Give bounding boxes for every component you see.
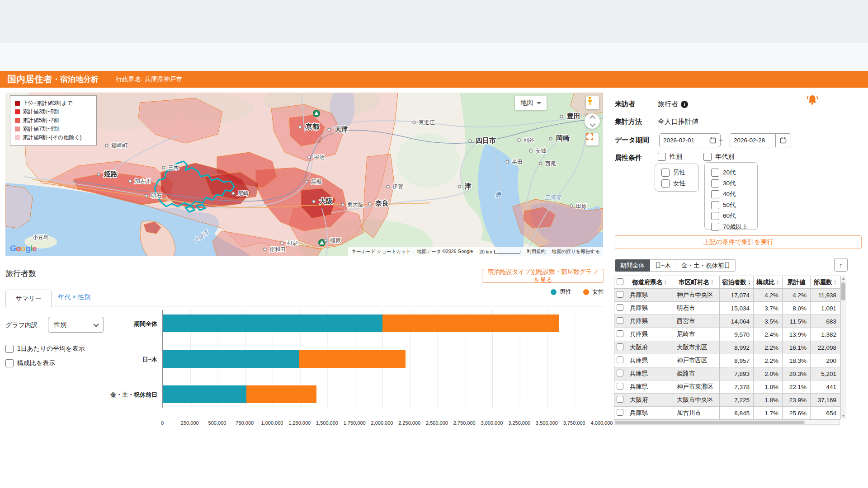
terms-link[interactable]: 利用規約 <box>524 247 549 256</box>
table-cell: 16.1% <box>783 341 811 354</box>
table-cell: 683 <box>811 315 840 328</box>
result-tab-2[interactable]: 金・土・祝休前日 <box>676 259 736 272</box>
table-cell: 23.9% <box>783 394 811 407</box>
age-option-checkbox[interactable] <box>711 190 719 198</box>
page: KDDILocation Analyzer 国内居住者 ・宿泊地分析 行政界名:… <box>0 0 868 488</box>
map-place-label: 西尾 <box>545 160 556 167</box>
column-header-label: 都道府県名 <box>632 279 663 286</box>
legend-dot <box>583 289 589 295</box>
row-checkbox[interactable] <box>617 317 623 324</box>
row-checkbox[interactable] <box>617 396 623 403</box>
x-tick-label: 1,500,000 <box>316 420 338 426</box>
sort-icons: ▲▼ <box>748 280 751 285</box>
column-header-5[interactable]: 部屋数▲▼ <box>811 276 840 289</box>
scroll-top-button[interactable]: ↑ <box>834 258 848 272</box>
map-attribution: キーボード ショートカット 地図データ ©2026 Google 20 km 利… <box>348 247 603 256</box>
keyboard-shortcuts-link[interactable]: キーボード ショートカット <box>348 247 414 256</box>
column-header-label: 構成比 <box>756 279 775 286</box>
gender-option-checkbox[interactable] <box>661 169 670 177</box>
age-option-checkbox[interactable] <box>711 212 719 220</box>
chevron-down-icon <box>537 102 541 104</box>
city-marker <box>549 137 552 140</box>
map-place-label: 四日市 <box>476 136 496 144</box>
report-map-error-link[interactable]: 地図の誤りを報告する <box>549 247 603 256</box>
map-legend-item: 上位~累計値3割まで <box>15 99 92 108</box>
row-checkbox[interactable] <box>617 383 623 389</box>
gender-option-checkbox[interactable] <box>661 179 670 188</box>
column-header-0[interactable]: 都道府県名▲▼ <box>626 276 673 289</box>
age-option-row: 70歳以上 <box>711 223 757 231</box>
result-tab-0[interactable]: 期間全体 <box>615 259 650 272</box>
fullscreen-icon[interactable] <box>586 133 599 145</box>
row-checkbox[interactable] <box>617 370 623 376</box>
info-icon[interactable]: i <box>681 101 688 108</box>
date-to-input[interactable] <box>730 134 775 147</box>
table-row: 兵庫県姫路市7,8932.0%20.3%5,201 <box>614 367 840 380</box>
map-place-label: 東大阪 <box>347 202 363 208</box>
gender-parent-checkbox-row: 性別 <box>658 153 682 161</box>
execute-aggregation-button[interactable]: 上記の条件で集計を実行 <box>615 235 862 249</box>
legend-swatch <box>15 127 20 131</box>
calendar-icon[interactable] <box>775 134 791 147</box>
method-value: 全人口推計値 <box>658 117 698 126</box>
age-parent-checkbox[interactable] <box>703 153 712 161</box>
calendar-icon[interactable] <box>705 134 720 147</box>
table-cell: 明石市 <box>673 302 720 315</box>
column-header-1[interactable]: 市区町村名▲▼ <box>673 276 720 289</box>
scrollbar-down-arrow-icon[interactable]: ▼ <box>842 413 845 419</box>
age-option-checkbox[interactable] <box>711 201 719 209</box>
scrollbar-up-arrow-icon[interactable]: ▲ <box>842 276 845 282</box>
row-checkbox[interactable] <box>617 291 623 298</box>
row-checkbox[interactable] <box>617 304 623 311</box>
tab-summary[interactable]: サマリー <box>5 290 52 307</box>
table-horizontal-scrollbar[interactable] <box>614 420 840 425</box>
date-from-input[interactable] <box>660 134 705 147</box>
x-tick-label: 2,000,000 <box>371 420 393 426</box>
legend-series-label: 男性 <box>560 288 571 296</box>
sort-desc-icon: ▼ <box>664 282 667 285</box>
scrollbar-thumb[interactable] <box>841 282 845 300</box>
scrollbar-thumb[interactable] <box>615 421 805 424</box>
result-tab-1[interactable]: 日~木 <box>650 259 676 272</box>
map-type-button[interactable]: 地図 <box>515 96 547 110</box>
city-marker <box>529 150 532 152</box>
column-header-4[interactable]: 累計値 <box>783 276 811 289</box>
age-option-checkbox[interactable] <box>711 223 719 231</box>
select-all-checkbox[interactable] <box>617 278 623 285</box>
chart-legend-item: 女性 <box>583 288 604 296</box>
column-header-3[interactable]: 構成比▲▼ <box>754 276 783 289</box>
table-cell: 兵庫県 <box>626 354 673 367</box>
age-option-checkbox[interactable] <box>711 179 719 188</box>
table-row: 兵庫県神戸市東灘区7,3781.8%22.1%441 <box>614 380 840 394</box>
map-legend: 上位~累計値3割まで累計値3割~5割累計値5割~7割累計値7割~9割累計値9割~… <box>10 95 97 145</box>
age-option-row: 40代 <box>711 190 757 198</box>
daily-average-checkbox[interactable] <box>5 345 14 353</box>
city-marker <box>162 166 165 169</box>
notification-bell-icon[interactable] <box>805 93 820 108</box>
gender-parent-checkbox[interactable] <box>658 153 666 161</box>
date-to-group <box>730 133 791 147</box>
age-option-label: 50代 <box>723 201 736 209</box>
table-vertical-scrollbar[interactable]: ▲ ▼ <box>840 276 846 419</box>
gender-option-row: 男性 <box>661 169 698 177</box>
bar-1 <box>163 350 406 368</box>
map-canvas[interactable]: 京都大津宇治高槻大阪東大阪奈良尼崎三木加古川姫路福崎町明石岸和田和泉橿原伊賀東近… <box>5 93 603 256</box>
column-header-2[interactable]: 宿泊者数▲▼ <box>720 276 754 289</box>
map-place-label: 刈谷 <box>524 137 534 143</box>
row-checkbox[interactable] <box>617 343 623 350</box>
row-checkbox[interactable] <box>617 409 623 416</box>
age-parent-label: 年代別 <box>715 153 734 161</box>
pegman-streetview-icon[interactable] <box>586 96 599 109</box>
city-marker <box>281 242 283 244</box>
table-cell: 15,034 <box>720 302 754 315</box>
tab-age-gender[interactable]: 年代 × 性別 <box>58 293 90 301</box>
row-select-cell <box>614 380 626 394</box>
map-pan-control[interactable] <box>585 113 600 129</box>
map-place-label: 奈良 <box>375 199 389 207</box>
table-cell: 1.8% <box>754 380 783 394</box>
city-marker <box>341 203 344 206</box>
row-checkbox[interactable] <box>617 357 623 363</box>
facility-graph-button[interactable]: 宿泊施設タイプ別施設数・部屋数グラフを見る <box>482 269 604 283</box>
age-option-checkbox[interactable] <box>711 169 719 177</box>
row-checkbox[interactable] <box>617 330 623 337</box>
